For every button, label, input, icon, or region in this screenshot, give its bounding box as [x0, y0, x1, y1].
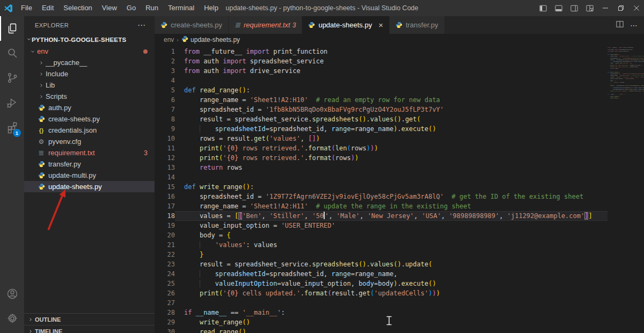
- more-actions-icon[interactable]: ⋯: [630, 21, 638, 30]
- customize-layout-button[interactable]: [582, 0, 597, 16]
- code-line-1[interactable]: 1from __future__ import print_function: [155, 47, 608, 56]
- code-line-8[interactable]: 8 result = spreadsheet_service.spreadshe…: [155, 114, 608, 124]
- code-line-17[interactable]: 17 range_name = 'Sheet1!A2:H11' # update…: [155, 201, 608, 211]
- activity-extensions-icon[interactable]: 1: [0, 115, 24, 140]
- menu-view[interactable]: View: [97, 0, 122, 16]
- line-number: 24: [155, 269, 175, 279]
- explorer-item-auth-py[interactable]: auth.py: [24, 102, 155, 113]
- line-content: print('{0} cells updated.'.format(result…: [175, 288, 608, 298]
- explorer-more-actions-icon[interactable]: ⋯: [137, 20, 146, 30]
- code-line-11[interactable]: 11 print('{0} rows retrieved.'.format(le…: [155, 143, 608, 153]
- code-line-18[interactable]: 18 values = [['Ben', 'Stiller', '50', 'M…: [155, 211, 608, 221]
- layout-sidebar-right-button[interactable]: [566, 0, 582, 16]
- restore-button[interactable]: [613, 0, 628, 16]
- explorer-item-scripts[interactable]: Scripts: [24, 91, 155, 102]
- explorer-item-credentials-json[interactable]: {}credentials.json: [24, 125, 155, 136]
- menu-run[interactable]: Run: [141, 0, 163, 16]
- code-editor[interactable]: 1from __future__ import print_function2f…: [155, 46, 644, 333]
- code-line-21[interactable]: 21 'values': values: [155, 240, 608, 250]
- layout-panel-button[interactable]: [551, 0, 566, 16]
- explorer-item-pyvenv-cfg[interactable]: ⚙pyvenv.cfg: [24, 136, 155, 147]
- code-line-4[interactable]: 4: [155, 76, 608, 85]
- tab-requirement-txt[interactable]: ≣requirement.txt3: [229, 16, 302, 34]
- activity-settings-icon[interactable]: [0, 306, 24, 331]
- tab-update-sheets-py[interactable]: update-sheets.py×: [302, 16, 390, 34]
- breadcrumb-folder[interactable]: env: [164, 36, 174, 44]
- activity-run-debug-icon[interactable]: [0, 90, 24, 115]
- menu-terminal[interactable]: Terminal: [163, 0, 199, 16]
- code-line-9[interactable]: 9 spreadsheetId=spreadsheet_id, range=ra…: [155, 124, 608, 134]
- line-content: def read_range():: [175, 85, 608, 95]
- code-line-7[interactable]: 7 spreadsheet_id = '1fb8kbN5BRqDo0xBbaFV…: [155, 105, 608, 114]
- explorer-item-create-sheets-py[interactable]: create-sheets.py: [24, 113, 155, 125]
- code-line-12[interactable]: 12 print('{0} rows retrieved.'.format(ro…: [155, 153, 608, 163]
- code-line-15[interactable]: 15def write_range():: [155, 182, 608, 192]
- explorer-item-env[interactable]: env: [24, 46, 155, 57]
- code-line-19[interactable]: 19 value_input_option = 'USER_ENTERED': [155, 221, 608, 230]
- code-line-27[interactable]: 27: [155, 298, 608, 308]
- tab-create-sheets-py[interactable]: create-sheets.py: [155, 16, 229, 34]
- line-number: 20: [155, 230, 175, 240]
- explorer-item-transfer-py[interactable]: transfer.py: [24, 158, 155, 170]
- activity-source-control-icon[interactable]: [0, 66, 24, 90]
- chevron-down-icon: [26, 37, 32, 43]
- tab-transfer-py[interactable]: transfer.py: [390, 16, 445, 34]
- code-line-25[interactable]: 25 valueInputOption=value_input_option, …: [155, 279, 608, 288]
- code-line-28[interactable]: 28if __name__ == '__main__':: [155, 308, 608, 317]
- file-label: Include: [46, 70, 68, 78]
- code-line-20[interactable]: 20 body = {: [155, 230, 608, 240]
- python-file-icon: [160, 21, 167, 28]
- layout-sidebar-button[interactable]: [535, 0, 551, 16]
- chevron-right-icon: [37, 94, 46, 99]
- error-dot-badge: [143, 49, 148, 54]
- code-line-30[interactable]: 30 read_range(): [155, 327, 608, 333]
- explorer-root-folder[interactable]: PYTHON-TO-GOOGLE-SHEETS: [24, 34, 155, 46]
- code-line-14[interactable]: 14: [155, 172, 608, 182]
- minimize-button[interactable]: [597, 0, 613, 16]
- minimap-content: from __future__ import print_functionfro…: [608, 47, 644, 99]
- explorer-item-update-multi-py[interactable]: update-multi.py: [24, 170, 155, 181]
- code-line-5[interactable]: 5def read_range():: [155, 85, 608, 95]
- code-line-3[interactable]: 3from auth import drive_service: [155, 66, 608, 76]
- code-line-6[interactable]: 6 range_name = 'Sheet1!A2:H10' # read an…: [155, 95, 608, 105]
- outline-section[interactable]: OUTLINE: [24, 313, 155, 325]
- code-line-29[interactable]: 29 write_range(): [155, 317, 608, 327]
- explorer-item-include[interactable]: Include: [24, 68, 155, 79]
- code-line-13[interactable]: 13 return rows: [155, 163, 608, 172]
- breadcrumb-file[interactable]: update-sheets.py: [181, 35, 240, 44]
- menu-file[interactable]: File: [16, 0, 37, 16]
- line-content: read_range(): [175, 327, 608, 333]
- file-label: update-multi.py: [48, 171, 96, 179]
- code-line-16[interactable]: 16 spreadsheet_id = '1Z9T72fAgrn6VZE2jv9…: [155, 192, 608, 201]
- activity-explorer-icon[interactable]: [0, 16, 24, 41]
- explorer-item-requirement-txt[interactable]: ≣requirement.txt3: [24, 147, 155, 158]
- menu-edit[interactable]: Edit: [37, 0, 58, 16]
- line-number: 7: [155, 105, 175, 114]
- line-content: return rows: [175, 163, 608, 172]
- explorer-item--pycache-[interactable]: __pycache__: [24, 57, 155, 68]
- line-number: 5: [155, 85, 175, 95]
- menu-help[interactable]: Help: [199, 0, 223, 16]
- code-line-10[interactable]: 10 rows = result.get('values', []): [155, 134, 608, 143]
- line-content: [175, 172, 608, 182]
- explorer-item-update-sheets-py[interactable]: update-sheets.py: [24, 181, 155, 192]
- code-line-23[interactable]: 23 result = spreadsheet_service.spreadsh…: [155, 259, 608, 269]
- chevron-right-icon: [37, 83, 46, 88]
- close-button[interactable]: [628, 0, 644, 16]
- code-line-26[interactable]: 26 print('{0} cells updated.'.format(res…: [155, 288, 608, 298]
- code-line-24[interactable]: 24 spreadsheetId=spreadsheet_id, range=r…: [155, 269, 608, 279]
- code-line-22[interactable]: 22 }: [155, 250, 608, 259]
- code-line-2[interactable]: 2from auth import spreadsheet_service: [155, 56, 608, 66]
- menu-go[interactable]: Go: [122, 0, 141, 16]
- explorer-sidebar: EXPLORER ⋯ PYTHON-TO-GOOGLE-SHEETS env__…: [24, 16, 155, 333]
- menu-selection[interactable]: Selection: [58, 0, 97, 16]
- activity-search-icon[interactable]: [0, 41, 24, 66]
- line-number: 30: [155, 327, 175, 333]
- activity-account-icon[interactable]: [0, 281, 24, 306]
- line-number: 12: [155, 153, 175, 163]
- timeline-section[interactable]: TIMELINE: [24, 325, 155, 333]
- explorer-item-lib[interactable]: Lib: [24, 79, 155, 91]
- split-editor-icon[interactable]: [616, 20, 624, 30]
- close-tab-icon[interactable]: ×: [378, 21, 383, 29]
- minimap[interactable]: from __future__ import print_functionfro…: [608, 46, 644, 333]
